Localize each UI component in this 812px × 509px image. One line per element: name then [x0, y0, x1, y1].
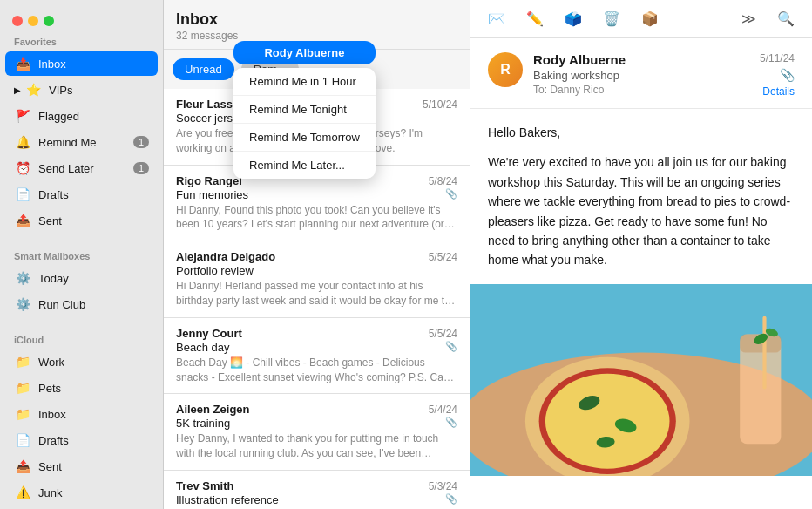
- email-meta: Rody Albuerne Baking workshop To: Danny …: [533, 52, 749, 96]
- email-text: We're very excited to have you all join …: [488, 153, 795, 269]
- remind-later[interactable]: Remind Me Later...: [233, 152, 376, 179]
- compose-icon[interactable]: ✏️: [523, 7, 547, 31]
- remind-tomorrow[interactable]: Remind Me Tomorrow: [233, 124, 376, 152]
- window-controls: [0, 7, 163, 30]
- remind-me-icon: 🔔: [14, 133, 31, 151]
- sidebar-item-icloud-inbox[interactable]: 📁 Inbox: [5, 402, 158, 426]
- sidebar-item-label: Pets: [38, 382, 61, 395]
- email-view: R Rody Albuerne Baking workshop To: Dann…: [470, 38, 812, 509]
- email-subject: Baking workshop: [533, 69, 749, 82]
- message-item-jenny[interactable]: Jenny Court 5/5/24 Beach day 📎 Beach Day…: [164, 318, 470, 395]
- message-item-alejandra[interactable]: Alejandra Delgado 5/5/24 Portfolio revie…: [164, 241, 470, 318]
- attachment-icon: 📎: [445, 188, 457, 201]
- delete-icon[interactable]: 🗑️: [599, 7, 624, 31]
- remind-me-badge: 1: [133, 136, 149, 148]
- move-icon[interactable]: 📦: [638, 7, 662, 31]
- sidebar-item-inbox[interactable]: 📥 Inbox: [5, 51, 158, 76]
- sidebar-item-label: Sent: [38, 214, 62, 227]
- email-from: Rody Albuerne: [533, 52, 749, 67]
- filter-area: Unread Rem... Rody Albuerne Remind Me in…: [164, 50, 470, 89]
- email-date-area: 5/11/24 📎 Details: [760, 52, 795, 98]
- message-item-trev[interactable]: Trev Smith 5/3/24 Illustration reference…: [164, 471, 470, 509]
- email-greeting: Hello Bakers,: [488, 123, 795, 142]
- message-sender: Aileen Zeigen: [176, 403, 250, 416]
- minimize-button[interactable]: [28, 16, 38, 26]
- message-top: Alejandra Delgado 5/5/24: [176, 250, 457, 263]
- search-icon[interactable]: 🔍: [774, 7, 798, 31]
- email-view-pane: ✉️ ✏️ 🗳️ 🗑️ 📦 ≫ 🔍 R Rody Albuerne Baking…: [470, 0, 812, 509]
- sidebar-item-run-club[interactable]: ⚙️ Run Club: [5, 292, 158, 316]
- icloud-label: iCloud: [0, 328, 163, 349]
- email-body: Hello Bakers, We're very excited to have…: [470, 109, 812, 284]
- sidebar-item-icloud-drafts[interactable]: 📄 Drafts: [5, 428, 158, 452]
- sidebar-item-label: Inbox: [38, 408, 66, 421]
- message-date: 5/5/24: [429, 328, 457, 340]
- sidebar-item-label: VIPs: [49, 84, 72, 97]
- message-date: 5/3/24: [429, 480, 457, 492]
- sidebar-item-flagged[interactable]: 🚩 Flagged: [5, 104, 158, 128]
- send-later-icon: ⏰: [14, 159, 31, 177]
- sidebar-item-send-later[interactable]: ⏰ Send Later 1: [5, 156, 158, 180]
- sidebar-item-label: Drafts: [38, 188, 69, 201]
- unread-filter-button[interactable]: Unread: [173, 58, 234, 80]
- attachment-icon: 📎: [445, 493, 457, 506]
- sidebar-item-vips[interactable]: ▶ ⭐ VIPs: [5, 78, 158, 102]
- message-sender: Rigo Rangel: [176, 174, 242, 187]
- sender-avatar: R: [488, 52, 523, 87]
- sidebar-item-remind-me[interactable]: 🔔 Remind Me 1: [5, 130, 158, 154]
- flagged-icon: 🚩: [14, 107, 31, 125]
- sidebar-item-label: Run Club: [38, 298, 85, 311]
- message-preview: Beach Day 🌅 - Chill vibes - Beach games …: [176, 356, 457, 385]
- email-header: R Rody Albuerne Baking workshop To: Dann…: [470, 38, 812, 109]
- svg-rect-10: [762, 316, 766, 389]
- message-count: 32 messages: [176, 30, 457, 42]
- sidebar-item-label: Send Later: [38, 162, 94, 175]
- message-list-pane: Inbox 32 messages Unread Rem... Rody Alb…: [164, 0, 470, 509]
- smart-mailboxes-label: Smart Mailboxes: [0, 244, 163, 265]
- sidebar-item-icloud-sent[interactable]: 📤 Sent: [5, 454, 158, 478]
- message-date: 5/8/24: [429, 175, 457, 187]
- sidebar-item-work[interactable]: 📁 Work: [5, 350, 158, 374]
- sidebar-item-sent[interactable]: 📤 Sent: [5, 208, 158, 233]
- sidebar-item-label: Work: [38, 356, 64, 369]
- remind-1hour[interactable]: Remind Me in 1 Hour: [233, 68, 376, 96]
- sidebar-item-pets[interactable]: 📁 Pets: [5, 376, 158, 400]
- message-sender: Trev Smith: [176, 479, 233, 492]
- close-button[interactable]: [12, 16, 23, 26]
- icloud-sent-icon: 📤: [14, 458, 31, 475]
- work-folder-icon: 📁: [14, 353, 31, 370]
- message-subject: 5K training 📎: [176, 417, 457, 430]
- vips-icon: ⭐: [24, 81, 42, 98]
- run-club-icon: ⚙️: [14, 295, 31, 313]
- email-date: 5/11/24: [760, 52, 795, 64]
- email-details-link[interactable]: Details: [762, 85, 795, 98]
- email-to: To: Danny Rico: [533, 84, 749, 96]
- message-date: 5/5/24: [429, 251, 457, 263]
- archive-toolbar-icon[interactable]: 🗳️: [561, 7, 585, 31]
- message-preview: Hi Danny, Found this photo you took! Can…: [176, 203, 457, 233]
- remind-tonight[interactable]: Remind Me Tonight: [233, 96, 376, 124]
- sent-icon: 📤: [14, 212, 31, 229]
- sidebar-item-label: Sent: [38, 460, 62, 473]
- sidebar-item-label: Today: [38, 272, 69, 285]
- remind-popup-wrapper: Rody Albuerne Remind Me in 1 Hour Remind…: [233, 41, 376, 179]
- more-icon[interactable]: ≫: [738, 7, 760, 31]
- attachment-icon: 📎: [445, 417, 457, 430]
- pets-folder-icon: 📁: [14, 379, 31, 397]
- rody-filter-button[interactable]: Rody Albuerne: [233, 41, 376, 64]
- message-preview: Hi Danny! Herland passed me your contact…: [176, 279, 457, 309]
- sidebar-item-label: Drafts: [38, 434, 69, 447]
- reply-icon[interactable]: ✉️: [484, 7, 509, 31]
- maximize-button[interactable]: [44, 16, 54, 26]
- sidebar-item-label: Remind Me: [38, 136, 96, 149]
- message-item-aileen[interactable]: Aileen Zeigen 5/4/24 5K training 📎 Hey D…: [164, 394, 470, 471]
- send-later-badge: 1: [133, 162, 149, 174]
- today-icon: ⚙️: [14, 269, 31, 287]
- remind-dropdown: Remind Me in 1 Hour Remind Me Tonight Re…: [233, 68, 376, 179]
- email-image: [470, 284, 812, 476]
- message-top: Aileen Zeigen 5/4/24: [176, 403, 457, 416]
- sidebar-item-junk[interactable]: ⚠️ Junk: [5, 480, 158, 505]
- message-date: 5/4/24: [429, 404, 457, 416]
- sidebar-item-drafts[interactable]: 📄 Drafts: [5, 182, 158, 207]
- sidebar-item-today[interactable]: ⚙️ Today: [5, 266, 158, 290]
